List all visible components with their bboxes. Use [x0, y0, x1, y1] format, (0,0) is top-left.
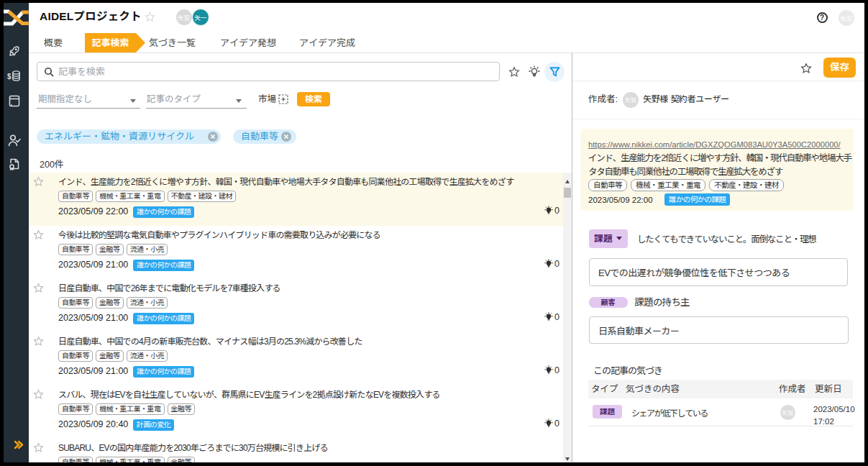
svg-text:$: $ — [7, 73, 12, 81]
